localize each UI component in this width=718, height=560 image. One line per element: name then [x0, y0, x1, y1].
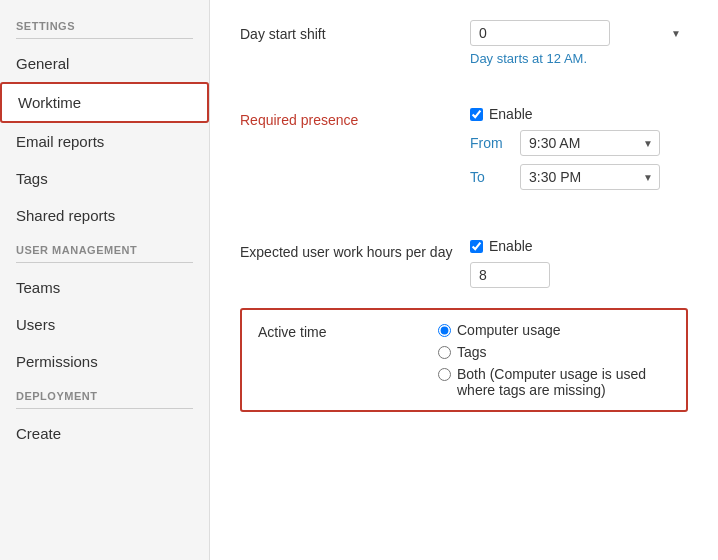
required-presence-from-select[interactable]: 12:00 AM 9:00 AM 9:30 AM 10:00 AM	[520, 130, 660, 156]
required-presence-label: Required presence	[240, 106, 470, 128]
required-presence-to-row: To 1:00 PM 2:00 PM 3:00 PM 3:30 PM 4:00 …	[470, 164, 688, 190]
expected-hours-enable-row: Enable	[470, 238, 688, 254]
day-start-shift-label: Day start shift	[240, 20, 470, 42]
settings-section-label: SETTINGS	[0, 10, 209, 36]
sidebar-item-general[interactable]: General	[0, 45, 209, 82]
day-start-shift-row: Day start shift 0 1 2 3 Day starts at 12…	[240, 20, 688, 66]
sidebar-item-worktime[interactable]: Worktime	[0, 82, 209, 123]
expected-hours-enable-label: Enable	[489, 238, 533, 254]
required-presence-to-select[interactable]: 1:00 PM 2:00 PM 3:00 PM 3:30 PM 4:00 PM …	[520, 164, 660, 190]
settings-divider	[16, 38, 193, 39]
expected-hours-input[interactable]	[470, 262, 550, 288]
spacer-1	[240, 86, 688, 106]
sidebar: SETTINGS General Worktime Email reports …	[0, 0, 210, 560]
day-start-shift-controls: 0 1 2 3 Day starts at 12 AM.	[470, 20, 688, 66]
required-presence-enable-row: Enable	[470, 106, 688, 122]
required-presence-to-label: To	[470, 169, 510, 185]
required-presence-to-select-wrapper: 1:00 PM 2:00 PM 3:00 PM 3:30 PM 4:00 PM …	[520, 164, 660, 190]
active-time-tags-row: Tags	[438, 344, 670, 360]
sidebar-item-create[interactable]: Create	[0, 415, 209, 452]
expected-hours-label: Expected user work hours per day	[240, 238, 470, 260]
active-time-computer-usage-label: Computer usage	[457, 322, 561, 338]
required-presence-row: Required presence Enable From 12:00 AM 9…	[240, 106, 688, 198]
sidebar-item-tags[interactable]: Tags	[0, 160, 209, 197]
deployment-section-label: DEPLOYMENT	[0, 380, 209, 406]
active-time-computer-usage-row: Computer usage	[438, 322, 670, 338]
expected-hours-row: Expected user work hours per day Enable	[240, 238, 688, 288]
user-management-divider	[16, 262, 193, 263]
sidebar-item-teams[interactable]: Teams	[0, 269, 209, 306]
required-presence-from-row: From 12:00 AM 9:00 AM 9:30 AM 10:00 AM	[470, 130, 688, 156]
sidebar-item-users[interactable]: Users	[0, 306, 209, 343]
active-time-box: Active time Computer usage Tags Both (Co…	[240, 308, 688, 412]
required-presence-checkbox[interactable]	[470, 108, 483, 121]
active-time-both-radio[interactable]	[438, 368, 451, 381]
active-time-label: Active time	[258, 322, 438, 340]
main-content: Day start shift 0 1 2 3 Day starts at 12…	[210, 0, 718, 560]
spacer-2	[240, 218, 688, 238]
active-time-radio-group: Computer usage Tags Both (Computer usage…	[438, 322, 670, 398]
required-presence-from-select-wrapper: 12:00 AM 9:00 AM 9:30 AM 10:00 AM	[520, 130, 660, 156]
required-presence-enable-label: Enable	[489, 106, 533, 122]
day-start-shift-hint: Day starts at 12 AM.	[470, 51, 688, 66]
required-presence-from-label: From	[470, 135, 510, 151]
active-time-tags-label: Tags	[457, 344, 487, 360]
expected-hours-checkbox[interactable]	[470, 240, 483, 253]
active-time-computer-usage-radio[interactable]	[438, 324, 451, 337]
sidebar-item-email-reports[interactable]: Email reports	[0, 123, 209, 160]
required-presence-controls: Enable From 12:00 AM 9:00 AM 9:30 AM 10:…	[470, 106, 688, 198]
active-time-both-label: Both (Computer usage is used where tags …	[457, 366, 670, 398]
user-management-section-label: USER MANAGEMENT	[0, 234, 209, 260]
sidebar-item-shared-reports[interactable]: Shared reports	[0, 197, 209, 234]
day-start-shift-select-wrapper: 0 1 2 3	[470, 20, 688, 46]
deployment-divider	[16, 408, 193, 409]
sidebar-item-permissions[interactable]: Permissions	[0, 343, 209, 380]
day-start-shift-select[interactable]: 0 1 2 3	[470, 20, 610, 46]
active-time-both-row: Both (Computer usage is used where tags …	[438, 366, 670, 398]
expected-hours-controls: Enable	[470, 238, 688, 288]
active-time-tags-radio[interactable]	[438, 346, 451, 359]
